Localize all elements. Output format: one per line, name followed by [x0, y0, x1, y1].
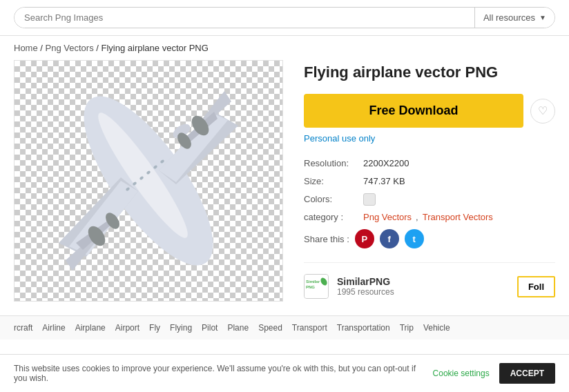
- breadcrumb-section[interactable]: Png Vectors: [46, 43, 94, 53]
- personal-use-link[interactable]: Personal use only: [304, 133, 555, 144]
- tag-item[interactable]: rcraft: [14, 323, 32, 333]
- image-panel: [14, 60, 283, 302]
- resolution-row: Resolution: 2200X2200: [304, 155, 555, 173]
- category-link-transport[interactable]: Transport Vectors: [423, 208, 493, 226]
- colors-row: Colors:: [304, 190, 555, 208]
- resources-dropdown[interactable]: All resources ▼: [474, 8, 554, 28]
- resources-label: All resources: [483, 12, 535, 23]
- search-input[interactable]: [15, 8, 474, 28]
- tag-item[interactable]: Airport: [115, 323, 139, 333]
- similar-name: SimilarPNG: [337, 276, 394, 287]
- tag-item[interactable]: Plane: [227, 323, 249, 333]
- download-row: Free Download ♡: [304, 94, 555, 128]
- similar-resources: 1995 resources: [337, 287, 394, 297]
- header: All resources ▼: [0, 0, 569, 36]
- svg-text:PNG: PNG: [306, 285, 315, 289]
- category-row: category : Png Vectors , Transport Vecto…: [304, 208, 555, 226]
- category-link-png[interactable]: Png Vectors: [363, 208, 412, 226]
- tag-item[interactable]: Speed: [258, 323, 282, 333]
- download-button[interactable]: Free Download: [304, 94, 523, 128]
- share-row: Share this : P f t: [304, 229, 555, 248]
- twitter-button[interactable]: t: [405, 229, 424, 248]
- info-panel: Flying airplane vector PNG Free Download…: [304, 60, 555, 302]
- tag-item[interactable]: Flying: [170, 323, 192, 333]
- breadcrumb-home[interactable]: Home: [14, 43, 38, 53]
- color-swatch: [363, 193, 376, 206]
- product-title: Flying airplane vector PNG: [304, 63, 555, 81]
- meta-table: Resolution: 2200X2200 Size: 747.37 KB Co…: [304, 155, 555, 226]
- size-value: 747.37 KB: [363, 173, 405, 190]
- search-wrap: All resources ▼: [14, 7, 555, 28]
- breadcrumb: Home / Png Vectors / Flying airplane vec…: [0, 36, 569, 60]
- size-row: Size: 747.37 KB: [304, 173, 555, 190]
- similar-logo: Similar PNG: [304, 274, 329, 299]
- resolution-label: Resolution:: [304, 155, 359, 173]
- chevron-down-icon: ▼: [539, 14, 546, 21]
- resolution-value: 2200X2200: [363, 155, 409, 173]
- size-label: Size:: [304, 173, 359, 190]
- similar-info: SimilarPNG 1995 resources: [337, 276, 394, 297]
- category-label: category :: [304, 208, 359, 226]
- airplane-image: [31, 70, 266, 291]
- tag-item[interactable]: Trip: [400, 323, 414, 333]
- share-label: Share this :: [304, 234, 349, 244]
- breadcrumb-current: Flying airplane vector PNG: [102, 43, 209, 53]
- similar-section: Similar PNG SimilarPNG 1995 resources Fo…: [304, 262, 555, 299]
- tag-item[interactable]: Airplane: [75, 323, 106, 333]
- facebook-button[interactable]: f: [380, 229, 399, 248]
- svg-text:Similar: Similar: [306, 280, 320, 284]
- tag-item[interactable]: Airline: [42, 323, 65, 333]
- colors-label: Colors:: [304, 190, 359, 208]
- main-content: Flying airplane vector PNG Free Download…: [0, 60, 569, 315]
- tag-item[interactable]: Vehicle: [423, 323, 450, 333]
- favorite-button[interactable]: ♡: [530, 99, 555, 124]
- tags-bar: rcraftAirlineAirplaneAirportFlyFlyingPil…: [0, 315, 569, 340]
- similar-logo-icon: Similar PNG: [304, 274, 329, 299]
- pinterest-button[interactable]: P: [355, 229, 374, 248]
- tag-item[interactable]: Fly: [149, 323, 160, 333]
- tag-item[interactable]: Pilot: [202, 323, 218, 333]
- follow-button[interactable]: Foll: [517, 276, 555, 297]
- tag-item[interactable]: Transportation: [337, 323, 390, 333]
- tag-item[interactable]: Transport: [292, 323, 327, 333]
